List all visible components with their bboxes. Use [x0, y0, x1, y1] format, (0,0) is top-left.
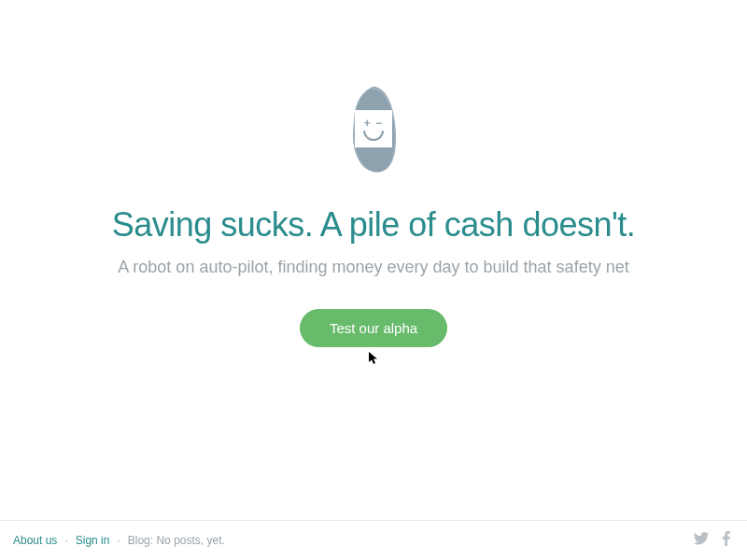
subheadline: A robot on auto-pilot, finding money eve… — [118, 258, 628, 277]
mouse-cursor-icon — [369, 352, 378, 368]
test-alpha-button[interactable]: Test our alpha — [300, 309, 447, 347]
logo-square-icon: + − — [355, 110, 392, 147]
logo-smile — [363, 131, 384, 141]
blog-status: Blog: No posts, yet. — [128, 534, 225, 547]
headline: Saving sucks. A pile of cash doesn't. — [112, 205, 636, 245]
twitter-icon[interactable] — [693, 530, 710, 551]
footer-links: About us · Sign in · Blog: No posts, yet… — [13, 534, 225, 547]
hero-section: + − Saving sucks. A pile of cash doesn't… — [0, 0, 747, 347]
footer: About us · Sign in · Blog: No posts, yet… — [0, 520, 747, 560]
landing-page: + − Saving sucks. A pile of cash doesn't… — [0, 0, 747, 560]
logo: + − — [341, 84, 406, 177]
about-us-link[interactable]: About us — [13, 534, 57, 547]
logo-plus-minus: + − — [364, 118, 383, 129]
facebook-icon[interactable] — [719, 530, 734, 551]
separator: · — [64, 534, 67, 547]
social-icons — [693, 530, 734, 551]
sign-in-link[interactable]: Sign in — [76, 534, 110, 547]
separator: · — [117, 534, 120, 547]
